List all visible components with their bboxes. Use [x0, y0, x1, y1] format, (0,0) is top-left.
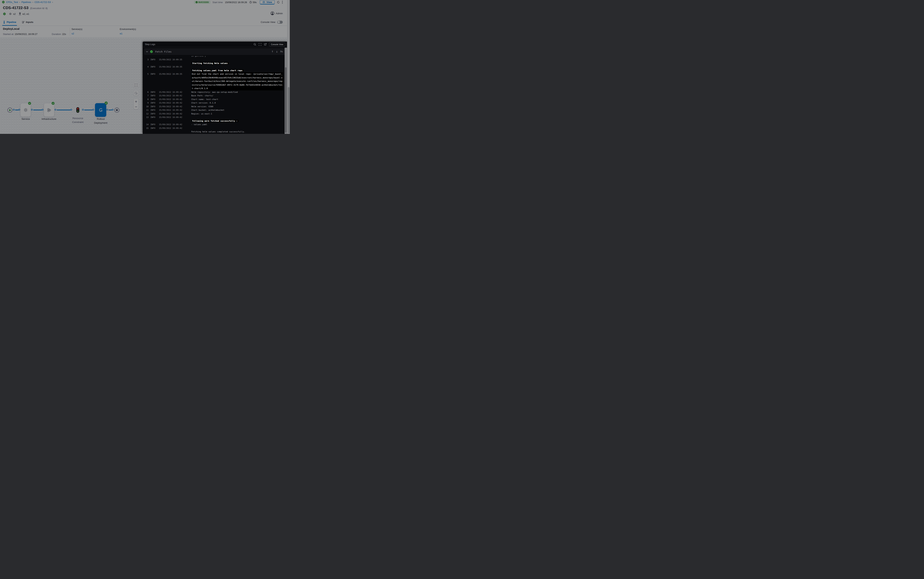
log-line: 5INFO15/09/2022 16:09:35Did not find the…	[143, 72, 284, 90]
log-line: Following were fetched successfully :	[143, 119, 284, 123]
scroll-to-bottom-button[interactable]: ↓	[276, 50, 278, 53]
log-line: 7INFO15/09/2022 16:09:42Base Path: chart…	[143, 94, 284, 98]
log-scrollbar[interactable]	[285, 48, 287, 134]
log-line-clipped: in gitfile }	[143, 56, 284, 58]
log-step-name: Fetch Files	[155, 50, 171, 53]
log-line: 11INFO15/09/2022 16:09:42Chart bucket: a…	[143, 108, 284, 112]
step-duration: 9s	[280, 50, 283, 53]
log-line: 12INFO15/09/2022 16:09:42Region: us-east…	[143, 112, 284, 116]
scroll-to-top-button[interactable]: ↑	[271, 50, 274, 53]
log-line: 10INFO15/09/2022 16:09:42Helm version: V…	[143, 105, 284, 108]
log-line: 6INFO15/09/2022 16:09:42Helm repository:…	[143, 90, 284, 94]
step-logs-drawer: Step Logs Console View Fetch Files ↑	[143, 42, 287, 134]
log-step-row[interactable]: Fetch Files ↑ ↓ 9s	[144, 48, 286, 55]
log-line: 15INFO15/09/2022 16:09:42	[143, 126, 284, 130]
log-line: 13INFO15/09/2022 16:09:42	[143, 116, 284, 119]
log-scrollbar-thumb[interactable]	[285, 67, 287, 133]
log-line: 3INFO15/09/2022 16:09:35	[143, 58, 284, 62]
log-output[interactable]: in gitfile }3INFO15/09/2022 16:09:35Star…	[143, 55, 284, 134]
log-line: 4INFO15/09/2022 16:09:35	[143, 65, 284, 69]
log-line: 8INFO15/09/2022 16:09:42Chart name: test…	[143, 98, 284, 101]
log-line: 16INFO15/09/2022 16:09:42Done.	[143, 134, 284, 134]
log-line: in gitfile }	[143, 56, 284, 58]
step-success-icon	[150, 50, 153, 53]
log-line: Fetching values.yaml from helm chart rep…	[143, 69, 284, 72]
chevron-down-icon	[146, 51, 148, 52]
step-logs-title: Step Logs	[145, 43, 155, 46]
log-line: Starting fetching Helm values	[143, 62, 284, 65]
log-line: 14INFO15/09/2022 16:09:42- values.yaml	[143, 123, 284, 126]
step-logs-header: Step Logs Console View	[143, 42, 287, 47]
log-search-button[interactable]	[253, 43, 256, 46]
log-line: Fetching helm values completed successfu…	[143, 130, 284, 134]
pipeline-execution-page: ∞ CFDs_Test › Pipelines › CDS-41722-S3 ›…	[0, 0, 290, 134]
log-fullscreen-button[interactable]	[259, 43, 261, 46]
console-view-button[interactable]: Console View	[269, 43, 285, 46]
open-in-new-tab-button[interactable]	[264, 43, 266, 46]
log-line: 9INFO15/09/2022 16:09:42Chart version: 0…	[143, 101, 284, 105]
